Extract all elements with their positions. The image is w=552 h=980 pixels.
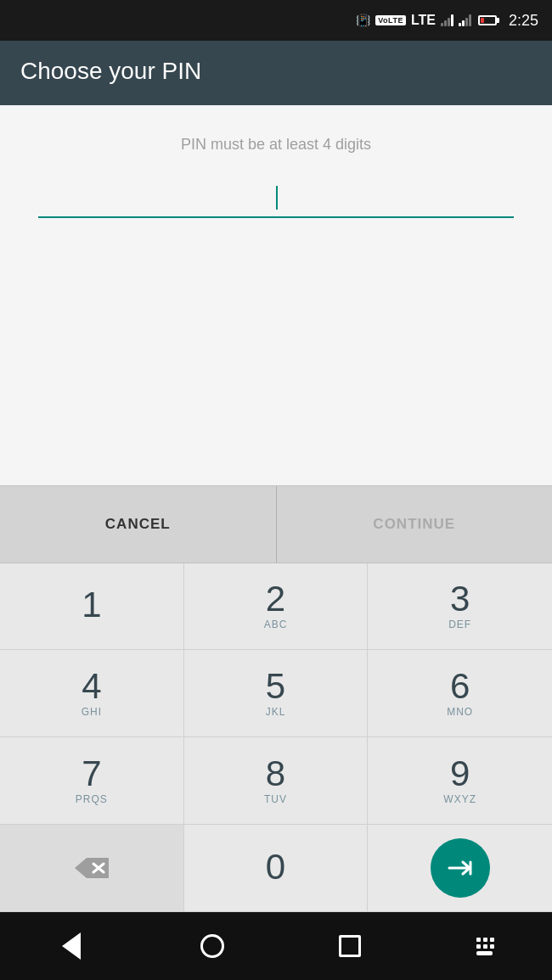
key-8[interactable]: 8 TUV xyxy=(184,737,369,825)
key-2-number: 2 xyxy=(266,581,285,617)
key-9-number: 9 xyxy=(450,756,470,792)
back-icon xyxy=(62,932,81,960)
back-button[interactable] xyxy=(58,937,85,955)
volte-badge: VoLTE xyxy=(375,15,406,25)
battery-icon xyxy=(478,15,497,25)
signal-icon xyxy=(441,14,453,26)
key-backspace[interactable] xyxy=(0,825,184,912)
recents-button[interactable] xyxy=(339,935,361,957)
key-7-letters: PRQS xyxy=(76,793,108,805)
key-9-letters: WXYZ xyxy=(443,793,476,805)
continue-button[interactable]: CONTINUE xyxy=(277,486,553,563)
key-6[interactable]: 6 MNO xyxy=(368,650,552,737)
key-8-letters: TUV xyxy=(264,793,287,805)
home-button[interactable] xyxy=(200,934,224,958)
key-3[interactable]: 3 DEF xyxy=(368,563,552,651)
nav-bar xyxy=(0,912,552,980)
key-0[interactable]: 0 xyxy=(184,825,369,912)
backspace-icon xyxy=(71,854,112,882)
key-1[interactable]: 1 xyxy=(0,563,184,651)
key-4-number: 4 xyxy=(82,669,101,704)
signal-icon-2 xyxy=(459,14,471,26)
action-buttons: CANCEL CONTINUE xyxy=(0,485,552,563)
key-5-letters: JKL xyxy=(266,706,286,718)
key-7[interactable]: 7 PRQS xyxy=(0,737,184,825)
home-icon xyxy=(200,934,224,958)
key-7-number: 7 xyxy=(82,756,101,792)
keyboard-icon xyxy=(476,938,494,955)
key-8-number: 8 xyxy=(266,756,285,792)
status-bar: 📳 VoLTE LTE 2:25 xyxy=(0,0,552,41)
header: Choose your PIN xyxy=(0,41,552,105)
key-2[interactable]: 2 ABC xyxy=(184,563,369,651)
key-0-number: 0 xyxy=(266,849,285,885)
key-3-number: 3 xyxy=(450,581,470,617)
main-content: PIN must be at least 4 digits xyxy=(0,105,552,485)
keyboard-button[interactable] xyxy=(476,938,494,955)
cancel-button[interactable]: CANCEL xyxy=(0,486,277,563)
lte-label: LTE xyxy=(411,13,436,28)
key-5[interactable]: 5 JKL xyxy=(184,650,369,737)
key-4[interactable]: 4 GHI xyxy=(0,650,184,737)
status-time: 2:25 xyxy=(509,12,538,30)
key-2-letters: ABC xyxy=(264,619,288,630)
key-1-number: 1 xyxy=(82,587,101,623)
key-6-number: 6 xyxy=(450,669,470,704)
keypad: 1 2 ABC 3 DEF 4 GHI 5 JKL 6 MNO 7 PRQS 8… xyxy=(0,563,552,913)
vibrate-icon: 📳 xyxy=(356,14,370,27)
page-title: Choose your PIN xyxy=(20,58,201,84)
key-4-letters: GHI xyxy=(82,706,102,718)
pin-hint: PIN must be at least 4 digits xyxy=(181,136,371,154)
key-9[interactable]: 9 WXYZ xyxy=(368,737,552,825)
pin-input-container xyxy=(38,181,514,218)
key-3-letters: DEF xyxy=(448,619,471,630)
cursor xyxy=(276,186,278,210)
key-next[interactable] xyxy=(368,825,552,912)
recents-icon xyxy=(339,935,361,957)
key-6-letters: MNO xyxy=(447,706,473,718)
key-5-number: 5 xyxy=(266,669,285,704)
next-icon xyxy=(431,838,490,898)
